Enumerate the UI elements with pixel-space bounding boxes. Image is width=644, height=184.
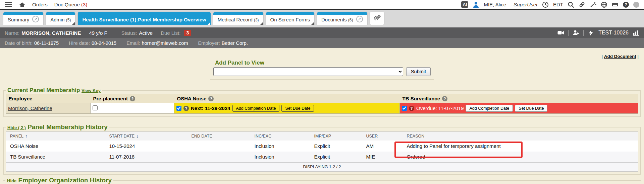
panel-select[interactable] [213, 67, 403, 76]
status-label: Status: [121, 30, 137, 36]
sort-start-date-link[interactable]: START DATE [109, 134, 135, 139]
hide-history-link[interactable]: Hide ( 2 ) [7, 125, 26, 130]
help-icon[interactable]: ? [409, 106, 414, 111]
sort-inc-exc-link[interactable]: INC/EXC [255, 134, 272, 139]
menu-icon[interactable] [5, 2, 12, 7]
tab-menu-fold-icon [260, 22, 263, 25]
sort-desc-icon: ↓ [136, 133, 139, 139]
paging-status: DISPLAYING 1-2 / 2 [6, 163, 638, 172]
osha-noise-checkbox[interactable] [176, 106, 181, 111]
employer-label: Employer: [198, 40, 220, 46]
external-link-icon[interactable]: ↗ [32, 16, 39, 22]
table-row: TB Surveillance 11-07-2018 Inclusion Exp… [6, 152, 638, 163]
end-date-cell [187, 152, 251, 163]
patient-email: horner@mieweb.com [142, 40, 188, 46]
employer-history-legend: Employer Organization History [18, 177, 112, 184]
external-link-icon[interactable]: ↗ [356, 16, 363, 22]
add-document-row: | Add Document | [0, 48, 644, 59]
panel-cell: TB Surveillance [6, 152, 105, 163]
add-document-link[interactable]: Add Document [604, 54, 636, 59]
sort-panel-link[interactable]: PANEL [10, 134, 23, 139]
search-icon[interactable] [568, 1, 574, 8]
timezone-label[interactable]: EDT [553, 2, 563, 7]
patient-subheader: Date of birth: 06-11-1975 Hire date: 08-… [0, 38, 644, 48]
column-osha-noise: OSHA Noise? [174, 94, 400, 103]
home-icon[interactable] [19, 1, 25, 8]
sort-user-link[interactable]: USER [366, 134, 378, 139]
help-icon[interactable]: ? [208, 96, 214, 101]
dob-label: Date of birth: [5, 40, 33, 46]
name-label: Name: [5, 30, 19, 36]
table-row: OSHA Noise 10-15-2024 Inclusion Explicit… [6, 141, 638, 152]
tab-documents[interactable]: Documents (6) ↗ [317, 12, 367, 25]
column-pre-placement: Pre-placement? [91, 94, 174, 103]
sort-asc-icon: ↑ [25, 133, 28, 139]
globe-icon[interactable] [601, 1, 607, 8]
tab-on-screen-forms[interactable]: On Screen Forms [266, 12, 314, 25]
patient-hire-date: 08-24-2015 [92, 40, 116, 46]
nav-doc-queue[interactable]: Doc Queue (3) [54, 2, 87, 7]
sort-reason-link[interactable]: REASON [407, 134, 425, 139]
magic-wand-icon[interactable] [590, 1, 596, 8]
tab-health-surveillance[interactable]: Health Surveillance (1):Panel Membership… [78, 12, 210, 25]
user-name[interactable]: MIE, Alice [484, 2, 506, 7]
tab-medical-record[interactable]: Medical Record (3) [213, 12, 263, 25]
help-icon[interactable]: ? [442, 96, 447, 101]
divider [568, 30, 569, 36]
hide-employer-history-link[interactable]: Hide [7, 178, 16, 183]
table-header-row: PANEL↑ START DATE↓ END DATE INC/EXC IMP/… [6, 132, 638, 141]
end-date-cell [187, 141, 251, 152]
gears-icon [373, 14, 381, 22]
add-completion-date-button[interactable]: Add Completion Date [466, 105, 513, 112]
add-completion-date-button[interactable]: Add Completion Date [232, 105, 280, 112]
chart-stats-icon[interactable] [633, 29, 639, 36]
help-icon[interactable]: ? [183, 106, 189, 111]
inc-exc-cell: Inclusion [251, 152, 310, 163]
add-panel-legend: Add Panel to View [213, 60, 266, 66]
video-call-icon[interactable] [557, 29, 564, 36]
current-panel-legend: Current Panel Membership [7, 87, 80, 93]
tab-menu-fold-icon [208, 22, 210, 25]
main-content: | Add Document | Add Panel to View Submi… [0, 48, 644, 183]
tab-admin[interactable]: Admin (5) [46, 12, 75, 25]
user-icon [473, 1, 479, 8]
avatar[interactable] [633, 2, 639, 8]
tab-settings-button[interactable] [370, 12, 384, 25]
help-icon[interactable]: ? [130, 96, 135, 101]
table-header-row: Employee Pre-placement? OSHA Noise? TB S… [6, 94, 638, 103]
table-footer-row: DISPLAYING 1-2 / 2 [6, 163, 638, 172]
imp-exp-cell: Explicit [310, 152, 362, 163]
set-due-date-button[interactable]: Set Due Date [515, 105, 547, 112]
help-icon[interactable]: ? [623, 2, 629, 8]
link-icon[interactable] [579, 1, 585, 8]
due-list-count-badge[interactable]: 3 [184, 30, 191, 36]
clock-icon [542, 1, 549, 8]
user-cell: MIE [362, 152, 403, 163]
patient-age-sex: 49 y/o F [89, 30, 107, 36]
ai-button[interactable]: AI [461, 1, 468, 8]
add-person-icon[interactable] [573, 29, 579, 36]
osha-next-due-status: Next: 11-29-2024 [191, 105, 230, 111]
nav-orders[interactable]: Orders [32, 2, 48, 7]
employee-id: TEST-10026 [598, 30, 629, 36]
patient-header: Name: MORRISON, CATHERINE 49 y/o F Statu… [0, 27, 644, 38]
hire-date-label: Hire date: [69, 40, 90, 46]
tb-surveillance-checkbox[interactable] [402, 106, 407, 111]
tab-summary[interactable]: Summary ↗ [3, 12, 43, 25]
start-date-cell: 11-07-2018 [105, 152, 187, 163]
keyboard-icon[interactable] [612, 1, 619, 8]
quick-action-bolt-icon[interactable] [588, 29, 594, 36]
email-label: Email: [126, 40, 140, 46]
pre-placement-checkbox[interactable] [93, 105, 98, 110]
sort-end-date-link[interactable]: END DATE [192, 134, 212, 139]
patient-dob: 06-11-1975 [34, 40, 59, 46]
submit-button[interactable]: Submit [406, 67, 431, 76]
column-tb-surveillance: TB Surveillance? [400, 94, 638, 103]
employee-link[interactable]: Morrison, Catherine [8, 105, 52, 111]
current-panel-table: Employee Pre-placement? OSHA Noise? TB S… [6, 94, 638, 114]
set-due-date-button[interactable]: Set Due Date [281, 105, 314, 112]
sort-imp-exp-link[interactable]: IMP/EXP [314, 134, 331, 139]
view-key-link[interactable]: View Key [82, 88, 101, 93]
doc-queue-count: (3) [81, 2, 87, 7]
panel-cell: OSHA Noise [6, 141, 105, 152]
